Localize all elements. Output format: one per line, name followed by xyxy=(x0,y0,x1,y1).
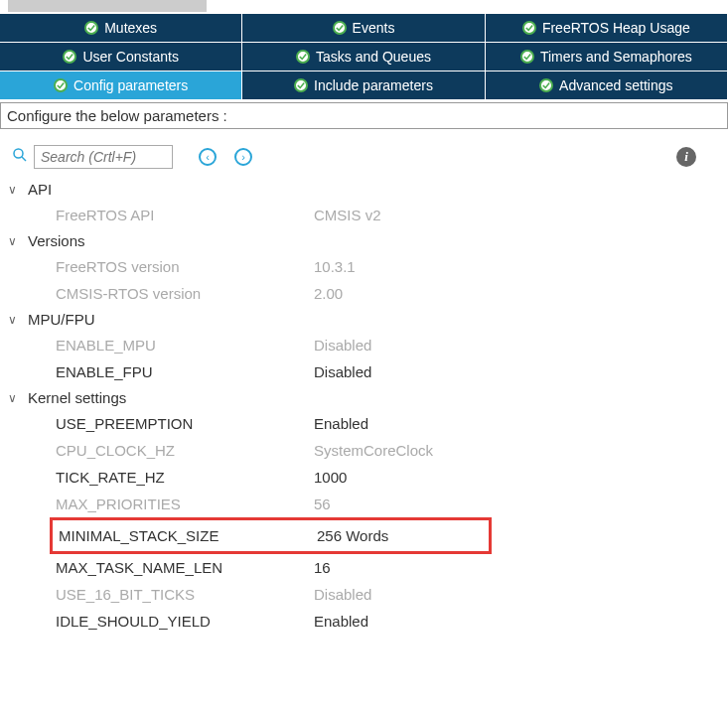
param-value: Disabled xyxy=(314,337,371,354)
param-row[interactable]: ENABLE_MPU Disabled xyxy=(8,332,720,358)
search-wrap xyxy=(12,145,173,169)
param-value: 256 Words xyxy=(317,527,388,544)
param-label: FreeRTOS API xyxy=(56,207,314,223)
param-value: CMSIS v2 xyxy=(314,207,381,223)
param-value: 56 xyxy=(314,496,331,512)
group-mpu-fpu[interactable]: ∨ MPU/FPU xyxy=(8,307,720,332)
param-row[interactable]: CPU_CLOCK_HZ SystemCoreClock xyxy=(8,437,720,464)
tab-events[interactable]: Events xyxy=(242,14,485,43)
group-label: MPU/FPU xyxy=(28,311,95,328)
group-label: API xyxy=(28,181,52,198)
chevron-down-icon: ∨ xyxy=(8,391,22,405)
group-api[interactable]: ∨ API xyxy=(8,177,720,202)
tab-config-parameters[interactable]: Config parameters xyxy=(0,71,242,100)
tab-mutexes[interactable]: Mutexes xyxy=(0,14,242,43)
param-value: Disabled xyxy=(314,586,371,603)
tab-row-1: Mutexes Events FreeRTOS Heap Usage xyxy=(0,14,728,43)
param-row[interactable]: FreeRTOS version 10.3.1 xyxy=(8,253,720,280)
param-row[interactable]: USE_16_BIT_TICKS Disabled xyxy=(8,581,720,608)
param-row[interactable]: TICK_RATE_HZ 1000 xyxy=(8,464,720,491)
param-row[interactable]: CMSIS-RTOS version 2.00 xyxy=(8,280,720,307)
check-icon xyxy=(54,78,68,92)
tab-label: Mutexes xyxy=(104,20,157,36)
tab-include-parameters[interactable]: Include parameters xyxy=(242,71,485,100)
svg-line-1 xyxy=(22,157,26,161)
search-icon[interactable] xyxy=(12,147,28,167)
info-icon[interactable]: i xyxy=(676,147,696,167)
param-row[interactable]: MAX_TASK_NAME_LEN 16 xyxy=(8,554,720,581)
group-kernel-settings[interactable]: ∨ Kernel settings xyxy=(8,385,720,410)
param-label: CPU_CLOCK_HZ xyxy=(56,442,314,459)
param-value: 16 xyxy=(314,559,331,576)
param-value: Enabled xyxy=(314,613,368,630)
tab-label: Config parameters xyxy=(73,77,188,93)
param-row[interactable]: IDLE_SHOULD_YIELD Enabled xyxy=(8,608,720,635)
check-icon xyxy=(84,21,98,35)
param-label: IDLE_SHOULD_YIELD xyxy=(56,613,314,630)
group-label: Versions xyxy=(28,232,85,249)
check-icon xyxy=(522,21,536,35)
tab-label: Tasks and Queues xyxy=(316,49,431,65)
param-row-minimal-stack-size[interactable]: MINIMAL_STACK_SIZE 256 Words xyxy=(59,522,489,549)
prev-button[interactable]: ‹ xyxy=(199,148,217,166)
param-value: 10.3.1 xyxy=(314,258,356,275)
tab-container: Mutexes Events FreeRTOS Heap Usage User … xyxy=(0,14,728,100)
param-label: MINIMAL_STACK_SIZE xyxy=(59,527,317,544)
tab-row-3: Config parameters Include parameters Adv… xyxy=(0,71,728,100)
param-value: Disabled xyxy=(314,363,371,380)
toolbar: ‹ › i xyxy=(0,137,728,177)
tab-label: User Constants xyxy=(82,49,178,65)
search-input[interactable] xyxy=(34,145,173,169)
placeholder-bar xyxy=(8,0,207,12)
check-icon xyxy=(296,50,310,64)
param-row[interactable]: MAX_PRIORITIES 56 xyxy=(8,491,720,517)
check-icon xyxy=(294,78,308,92)
group-versions[interactable]: ∨ Versions xyxy=(8,228,720,253)
tab-row-2: User Constants Tasks and Queues Timers a… xyxy=(0,43,728,71)
param-value: 1000 xyxy=(314,469,347,486)
param-label: FreeRTOS version xyxy=(56,258,314,275)
parameter-tree: ∨ API FreeRTOS API CMSIS v2 ∨ Versions F… xyxy=(0,177,728,654)
tab-tasks-queues[interactable]: Tasks and Queues xyxy=(242,43,485,71)
tab-freertos-heap[interactable]: FreeRTOS Heap Usage xyxy=(486,14,728,43)
tab-label: Events xyxy=(353,20,395,36)
highlighted-param: MINIMAL_STACK_SIZE 256 Words xyxy=(50,517,492,554)
check-icon xyxy=(520,50,534,64)
param-label: TICK_RATE_HZ xyxy=(56,469,314,486)
chevron-down-icon: ∨ xyxy=(8,234,22,248)
param-label: MAX_TASK_NAME_LEN xyxy=(56,559,314,576)
param-label: CMSIS-RTOS version xyxy=(56,285,314,302)
tab-label: Include parameters xyxy=(314,77,433,93)
nav-buttons: ‹ › xyxy=(199,148,252,166)
instruction-text: Configure the below parameters : xyxy=(0,102,728,129)
svg-point-0 xyxy=(14,149,23,158)
param-row[interactable]: ENABLE_FPU Disabled xyxy=(8,358,720,385)
tab-label: FreeRTOS Heap Usage xyxy=(542,20,690,36)
tab-timers-semaphores[interactable]: Timers and Semaphores xyxy=(486,43,728,71)
param-label: ENABLE_FPU xyxy=(56,363,314,380)
param-label: USE_PREEMPTION xyxy=(56,415,314,432)
check-icon xyxy=(63,50,76,64)
tab-user-constants[interactable]: User Constants xyxy=(0,43,242,71)
tab-label: Timers and Semaphores xyxy=(540,49,692,65)
param-row[interactable]: FreeRTOS API CMSIS v2 xyxy=(8,202,720,228)
check-icon xyxy=(539,78,553,92)
param-label: MAX_PRIORITIES xyxy=(56,496,314,512)
param-label: ENABLE_MPU xyxy=(56,337,314,354)
chevron-down-icon: ∨ xyxy=(8,313,22,327)
param-value: SystemCoreClock xyxy=(314,442,433,459)
chevron-down-icon: ∨ xyxy=(8,183,22,197)
tab-advanced-settings[interactable]: Advanced settings xyxy=(486,71,728,100)
param-value: Enabled xyxy=(314,415,368,432)
param-row[interactable]: USE_PREEMPTION Enabled xyxy=(8,410,720,437)
group-label: Kernel settings xyxy=(28,389,126,406)
next-button[interactable]: › xyxy=(234,148,252,166)
tab-label: Advanced settings xyxy=(559,77,672,93)
check-icon xyxy=(333,21,347,35)
param-label: USE_16_BIT_TICKS xyxy=(56,586,314,603)
param-value: 2.00 xyxy=(314,285,343,302)
